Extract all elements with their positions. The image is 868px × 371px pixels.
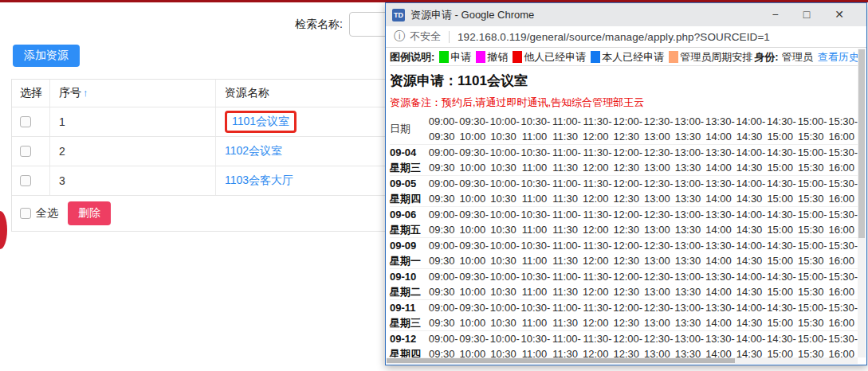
slot-cell[interactable]: 13:30-14:00 bbox=[704, 238, 735, 268]
slot-cell[interactable]: 15:30-16:00 bbox=[827, 331, 858, 357]
slot-cell[interactable]: 09:00-09:30 bbox=[427, 207, 458, 237]
slot-cell[interactable]: 09:00-09:30 bbox=[427, 238, 458, 268]
slot-cell[interactable]: 13:00-13:30 bbox=[674, 331, 705, 357]
slot-cell[interactable]: 09:00-09:30 bbox=[427, 300, 458, 330]
minimize-button[interactable]: − bbox=[772, 3, 779, 26]
select-all-checkbox[interactable] bbox=[20, 208, 31, 219]
add-resource-button[interactable]: 添加资源 bbox=[13, 45, 80, 67]
slot-cell[interactable]: 10:00-10:30 bbox=[489, 331, 520, 357]
slot-cell[interactable]: 09:00-09:30 bbox=[427, 145, 458, 175]
slot-cell[interactable]: 15:30-16:00 bbox=[827, 300, 858, 330]
slot-cell[interactable]: 11:00-11:30 bbox=[550, 300, 581, 330]
slot-cell[interactable]: 10:30-11:00 bbox=[520, 269, 551, 299]
slot-cell[interactable]: 13:30-14:00 bbox=[704, 300, 735, 330]
slot-cell[interactable]: 15:30-16:00 bbox=[827, 269, 858, 299]
slot-cell[interactable]: 15:30-16:00 bbox=[827, 176, 858, 206]
slot-cell[interactable]: 14:30-15:00 bbox=[765, 269, 796, 299]
slot-cell[interactable]: 12:30-13:00 bbox=[642, 207, 674, 237]
slot-cell[interactable]: 11:30-12:00 bbox=[581, 145, 612, 175]
slot-cell[interactable]: 11:00-11:30 bbox=[550, 269, 581, 299]
slot-cell[interactable]: 09:00-09:30 bbox=[427, 331, 458, 357]
slot-cell[interactable]: 12:00-12:30 bbox=[611, 145, 642, 175]
slot-cell[interactable]: 15:00-15:30 bbox=[796, 331, 827, 357]
slot-cell[interactable]: 11:30-12:00 bbox=[581, 300, 612, 330]
slot-cell[interactable]: 12:00-12:30 bbox=[611, 331, 642, 357]
vertical-scrollbar[interactable] bbox=[858, 49, 866, 357]
slot-cell[interactable]: 12:00-12:30 bbox=[611, 176, 642, 206]
slot-cell[interactable]: 13:00-13:30 bbox=[674, 207, 705, 237]
slot-cell[interactable]: 15:00-15:30 bbox=[796, 176, 827, 206]
slot-cell[interactable]: 15:00-15:30 bbox=[796, 207, 827, 237]
info-icon[interactable]: ⓘ bbox=[394, 29, 405, 44]
row-checkbox[interactable] bbox=[20, 146, 31, 157]
slot-cell[interactable]: 10:30-11:00 bbox=[520, 145, 551, 175]
slot-cell[interactable]: 14:00-14:30 bbox=[735, 269, 766, 299]
slot-cell[interactable]: 09:30-10:00 bbox=[458, 145, 489, 175]
slot-cell[interactable]: 15:00-15:30 bbox=[796, 300, 827, 330]
slot-cell[interactable]: 13:00-13:30 bbox=[674, 176, 705, 206]
slot-cell[interactable]: 14:30-15:00 bbox=[765, 300, 796, 330]
slot-cell[interactable]: 11:00-11:30 bbox=[550, 176, 581, 206]
slot-cell[interactable]: 09:00-09:30 bbox=[427, 269, 458, 299]
slot-cell[interactable]: 10:00-10:30 bbox=[489, 145, 520, 175]
slot-cell[interactable]: 15:00-15:30 bbox=[796, 145, 827, 175]
slot-cell[interactable]: 14:30-15:00 bbox=[765, 145, 796, 175]
slot-cell[interactable]: 15:30-16:00 bbox=[827, 207, 858, 237]
slot-cell[interactable]: 10:30-11:00 bbox=[520, 331, 551, 357]
slot-cell[interactable]: 15:30-16:00 bbox=[827, 238, 858, 268]
slot-cell[interactable]: 09:30-10:00 bbox=[458, 300, 489, 330]
slot-cell[interactable]: 10:00-10:30 bbox=[489, 207, 520, 237]
url-text[interactable]: 192.168.0.119/general/source/manage/appl… bbox=[458, 31, 770, 43]
slot-cell[interactable]: 10:30-11:00 bbox=[520, 300, 551, 330]
row-checkbox[interactable] bbox=[20, 116, 31, 127]
vertical-scrollbar-thumb[interactable] bbox=[858, 49, 865, 238]
col-header-index[interactable]: 序号↑ bbox=[50, 80, 216, 107]
delete-button[interactable]: 删除 bbox=[68, 201, 111, 225]
slot-cell[interactable]: 12:30-13:00 bbox=[642, 176, 674, 206]
slot-cell[interactable]: 14:00-14:30 bbox=[735, 238, 766, 268]
slot-cell[interactable]: 15:30-16:00 bbox=[827, 145, 858, 175]
row-checkbox[interactable] bbox=[20, 175, 31, 186]
slot-cell[interactable]: 10:00-10:30 bbox=[489, 269, 520, 299]
slot-cell[interactable]: 10:00-10:30 bbox=[489, 176, 520, 206]
slot-cell[interactable]: 14:30-15:00 bbox=[765, 176, 796, 206]
horizontal-scrollbar-thumb[interactable] bbox=[387, 358, 735, 363]
slot-cell[interactable]: 13:30-14:00 bbox=[704, 176, 735, 206]
slot-cell[interactable]: 11:00-11:30 bbox=[550, 238, 581, 268]
slot-cell[interactable]: 10:30-11:00 bbox=[520, 176, 551, 206]
horizontal-scrollbar[interactable] bbox=[387, 357, 858, 364]
slot-cell[interactable]: 14:00-14:30 bbox=[735, 145, 766, 175]
slot-cell[interactable]: 11:00-11:30 bbox=[550, 145, 581, 175]
slot-cell[interactable]: 09:30-10:00 bbox=[458, 176, 489, 206]
resource-link[interactable]: 1103会客大厅 bbox=[225, 174, 293, 188]
slot-cell[interactable]: 10:00-10:30 bbox=[489, 300, 520, 330]
slot-cell[interactable]: 10:30-11:00 bbox=[520, 207, 551, 237]
slot-cell[interactable]: 14:00-14:30 bbox=[735, 207, 766, 237]
slot-cell[interactable]: 11:30-12:00 bbox=[581, 207, 612, 237]
slot-cell[interactable]: 12:30-13:00 bbox=[642, 331, 674, 357]
slot-cell[interactable]: 13:30-14:00 bbox=[704, 145, 735, 175]
resource-link[interactable]: 1102会议室 bbox=[225, 144, 282, 158]
close-button[interactable]: ✕ bbox=[835, 3, 844, 26]
slot-cell[interactable]: 09:30-10:00 bbox=[458, 269, 489, 299]
slot-cell[interactable]: 12:00-12:30 bbox=[611, 300, 642, 330]
slot-cell[interactable]: 11:00-11:30 bbox=[550, 331, 581, 357]
slot-cell[interactable]: 14:00-14:30 bbox=[735, 176, 766, 206]
slot-cell[interactable]: 12:00-12:30 bbox=[611, 238, 642, 268]
slot-cell[interactable]: 12:30-13:00 bbox=[642, 145, 674, 175]
slot-cell[interactable]: 13:30-14:00 bbox=[704, 207, 735, 237]
slot-cell[interactable]: 15:00-15:30 bbox=[796, 238, 827, 268]
slot-cell[interactable]: 14:30-15:00 bbox=[765, 331, 796, 357]
slot-cell[interactable]: 11:30-12:00 bbox=[581, 176, 612, 206]
slot-cell[interactable]: 12:30-13:00 bbox=[642, 269, 674, 299]
history-link[interactable]: 查看历史记录 bbox=[818, 50, 858, 64]
slot-cell[interactable]: 09:30-10:00 bbox=[458, 207, 489, 237]
slot-cell[interactable]: 12:30-13:00 bbox=[642, 238, 674, 268]
slot-cell[interactable]: 11:30-12:00 bbox=[581, 331, 612, 357]
window-titlebar[interactable]: TD 资源申请 - Google Chrome − □ ✕ bbox=[386, 3, 866, 26]
slot-cell[interactable]: 09:30-10:00 bbox=[458, 238, 489, 268]
slot-cell[interactable]: 14:00-14:30 bbox=[735, 331, 766, 357]
slot-cell[interactable]: 11:30-12:00 bbox=[581, 238, 612, 268]
slot-cell[interactable]: 10:30-11:00 bbox=[520, 238, 551, 268]
slot-cell[interactable]: 09:00-09:30 bbox=[427, 176, 458, 206]
